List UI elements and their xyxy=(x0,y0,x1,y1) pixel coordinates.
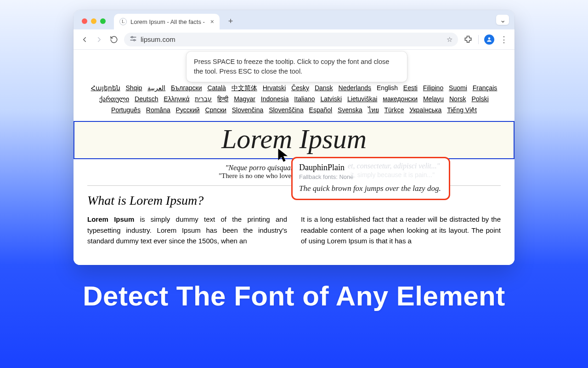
ghost-text-2: it, simply because it is pain..." xyxy=(351,171,435,178)
forward-button[interactable] xyxy=(95,35,104,44)
tabs-dropdown-button[interactable]: ⌄ xyxy=(496,15,509,25)
language-link[interactable]: Български xyxy=(171,84,202,92)
language-link[interactable]: Español xyxy=(309,106,333,114)
language-link[interactable]: Suomi xyxy=(449,84,467,92)
hero-selection-box: Lorem Ipsum xyxy=(74,121,514,159)
language-link[interactable]: Deutsch xyxy=(135,95,158,103)
language-link[interactable]: हिन्दी xyxy=(217,95,228,103)
tool-instruction-tooltip: Press SPACE to freeze the tooltip. Click… xyxy=(187,52,407,82)
language-link[interactable]: Norsk xyxy=(449,95,466,103)
language-link[interactable]: 中文简体 xyxy=(232,84,257,92)
language-link[interactable]: Ελληνικά xyxy=(164,95,189,103)
tab-title: Lorem Ipsum - All the facts - xyxy=(130,18,205,25)
window-close-button[interactable] xyxy=(82,18,87,24)
language-link[interactable]: Česky xyxy=(291,84,309,92)
content-columns: What is Lorem Ipsum? Lorem Ipsum is simp… xyxy=(74,191,514,253)
extensions-button[interactable] xyxy=(464,35,473,44)
language-link[interactable]: Latviski xyxy=(320,95,342,103)
page-viewport: Press SPACE to freeze the tooltip. Click… xyxy=(74,50,514,265)
column-left-body: Lorem Ipsum is simply dummy text of the … xyxy=(87,214,287,246)
language-link[interactable]: עברית xyxy=(195,95,212,103)
language-link[interactable]: Polski xyxy=(471,95,488,103)
language-link[interactable]: ไทย xyxy=(368,106,379,114)
language-link[interactable]: Slovenčina xyxy=(232,106,264,114)
hero-title[interactable]: Lorem Ipsum xyxy=(74,125,514,154)
column-right: Why do we use it? It is a long establish… xyxy=(301,191,501,253)
browser-tab[interactable]: L Lorem Ipsum - All the facts - × xyxy=(114,14,220,29)
language-link[interactable]: Nederlands xyxy=(339,84,372,92)
tab-strip: L Lorem Ipsum - All the facts - × + ⌄ xyxy=(74,10,514,29)
language-link[interactable]: Italiano xyxy=(294,95,315,103)
language-link[interactable]: Indonesia xyxy=(261,95,289,103)
cursor-icon xyxy=(277,148,290,162)
language-link: English xyxy=(377,84,398,92)
column-left: What is Lorem Ipsum? Lorem Ipsum is simp… xyxy=(87,191,287,253)
browser-window: L Lorem Ipsum - All the facts - × + ⌄ li… xyxy=(74,10,514,265)
language-link[interactable]: Українська xyxy=(409,106,441,114)
column-left-heading: What is Lorem Ipsum? xyxy=(87,194,287,207)
language-link[interactable]: Français xyxy=(473,84,498,92)
browser-menu-button[interactable]: ⋮ xyxy=(500,34,508,45)
language-link[interactable]: Filipino xyxy=(423,84,443,92)
language-link[interactable]: македонски xyxy=(383,95,418,103)
marketing-headline: Detect The Font of Any Element xyxy=(0,281,588,311)
font-detect-tooltip[interactable]: et, consectetur, adipisci velit..." it, … xyxy=(291,157,450,200)
toolbar-separator xyxy=(478,35,479,44)
toolbar: lipsum.com ☆ ⋮ xyxy=(74,29,514,50)
language-link[interactable]: Svenska xyxy=(338,106,362,114)
language-link[interactable]: Русский xyxy=(176,106,200,114)
svg-point-3 xyxy=(134,40,135,41)
language-link[interactable]: Magyar xyxy=(234,95,255,103)
reload-button[interactable] xyxy=(109,35,119,44)
language-link[interactable]: Català xyxy=(207,84,226,92)
back-button[interactable] xyxy=(80,35,89,44)
language-link[interactable]: Português xyxy=(111,106,141,114)
language-link[interactable]: Slovenščina xyxy=(269,106,304,114)
language-link[interactable]: Dansk xyxy=(315,84,333,92)
url-text: lipsum.com xyxy=(141,35,175,43)
address-bar[interactable]: lipsum.com ☆ xyxy=(124,33,458,46)
window-zoom-button[interactable] xyxy=(100,18,106,24)
language-link[interactable]: Lietuviškai xyxy=(347,95,377,103)
bookmark-star-icon[interactable]: ☆ xyxy=(447,35,452,44)
tool-instruction-text: Press SPACE to freeze the tooltip. Click… xyxy=(194,58,389,75)
language-link[interactable]: Româna xyxy=(146,106,170,114)
language-link[interactable]: Tiếng Việt xyxy=(447,106,477,114)
language-link[interactable]: Türkçe xyxy=(384,106,404,114)
language-link[interactable]: Melayu xyxy=(423,95,444,103)
language-link[interactable]: ქართული xyxy=(99,95,129,103)
site-settings-icon[interactable] xyxy=(130,35,137,43)
tab-favicon: L xyxy=(119,18,127,25)
ghost-text-1: et, consectetur, adipisci velit..." xyxy=(348,162,440,170)
language-link[interactable]: Hrvatski xyxy=(263,84,286,92)
language-link[interactable]: العربية xyxy=(147,84,165,92)
language-link[interactable]: Српски xyxy=(205,106,226,114)
language-link[interactable]: Հայերեն xyxy=(91,84,120,92)
svg-point-2 xyxy=(131,36,133,38)
column-right-body: It is a long established fact that a rea… xyxy=(301,214,501,246)
tab-close-button[interactable]: × xyxy=(210,18,214,25)
window-minimize-button[interactable] xyxy=(91,18,96,24)
detected-font-preview: The quick brown fox jumps over the lazy … xyxy=(299,184,442,193)
new-tab-button[interactable]: + xyxy=(224,15,237,28)
window-controls xyxy=(82,18,106,24)
profile-avatar-button[interactable] xyxy=(484,34,494,45)
language-link[interactable]: Shqip xyxy=(126,84,142,92)
language-link[interactable]: Eesti xyxy=(403,84,418,92)
